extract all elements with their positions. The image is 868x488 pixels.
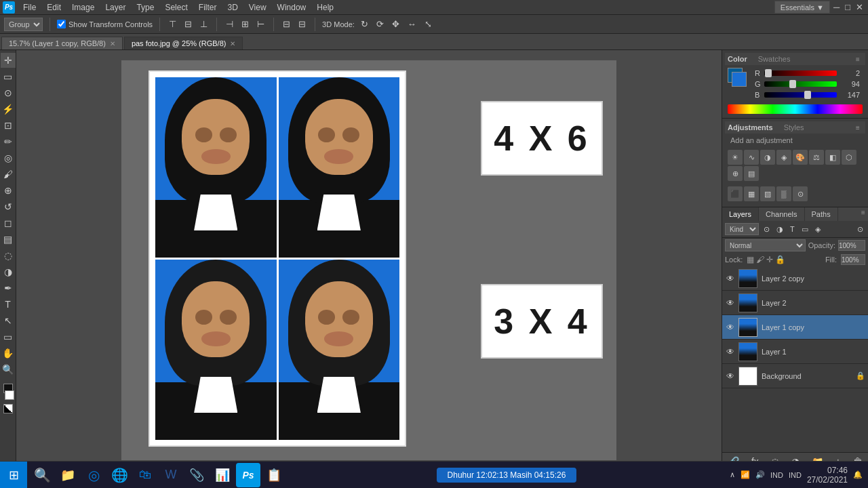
marquee-tool[interactable]: ▭ <box>1 69 16 84</box>
lock-move-icon[interactable]: ✛ <box>766 255 773 264</box>
filter-type-select[interactable]: Kind <box>725 223 759 235</box>
eyedropper-tool[interactable]: ✏ <box>1 134 16 149</box>
clone-tool[interactable]: ⊕ <box>1 183 16 198</box>
dist-v-btn[interactable]: ⊟ <box>296 18 308 30</box>
adj-vibrance[interactable]: ◈ <box>776 150 791 165</box>
lock-all-icon[interactable]: 🔒 <box>775 255 785 264</box>
eraser-tool[interactable]: ◻ <box>1 216 16 230</box>
menu-select[interactable]: Select <box>159 1 193 14</box>
align-left-btn[interactable]: ⊣ <box>224 18 235 30</box>
align-bottom-btn[interactable]: ⊥ <box>198 18 210 30</box>
3d-slide-btn[interactable]: ↔ <box>406 18 418 30</box>
transform-checkbox[interactable] <box>57 20 66 28</box>
menu-view[interactable]: View <box>243 1 272 14</box>
visibility-layer2[interactable]: 👁 <box>725 298 736 308</box>
visibility-layer1[interactable]: 👁 <box>725 346 736 357</box>
filter-smart-icon[interactable]: ◈ <box>813 224 823 235</box>
tab-paths[interactable]: Paths <box>805 207 838 221</box>
taskbar-edge[interactable]: ◎ <box>81 463 106 487</box>
layers-panel-collapse[interactable]: ≡ <box>859 207 868 217</box>
menu-window[interactable]: Window <box>272 1 312 14</box>
color-spectrum[interactable] <box>728 104 863 114</box>
taskbar-chevron[interactable]: ∧ <box>730 470 735 479</box>
adj-panel-collapse[interactable]: ≡ <box>853 123 863 132</box>
taskbar-chrome[interactable]: 🌐 <box>107 463 132 487</box>
path-select-tool[interactable]: ↖ <box>1 313 16 328</box>
menu-layer[interactable]: Layer <box>100 1 131 14</box>
menu-edit[interactable]: Edit <box>41 1 66 14</box>
color-swatches-display[interactable] <box>728 68 748 88</box>
opacity-input[interactable] <box>838 240 865 251</box>
dist-h-btn[interactable]: ⊟ <box>281 18 292 30</box>
background-color[interactable] <box>5 390 14 400</box>
lock-paint-icon[interactable]: 🖌 <box>756 255 764 264</box>
adj-hue-sat[interactable]: 🎨 <box>793 150 808 165</box>
adj-brightness[interactable]: ☀ <box>728 150 743 165</box>
color-panel-collapse[interactable]: ≡ <box>853 54 863 64</box>
3d-pan-btn[interactable]: ✥ <box>390 18 401 30</box>
lasso-tool[interactable]: ⊙ <box>1 85 16 100</box>
menu-type[interactable]: Type <box>131 1 159 14</box>
3d-roll-btn[interactable]: ⟳ <box>374 18 386 30</box>
magic-wand-tool[interactable]: ⚡ <box>1 102 16 117</box>
blend-mode-select[interactable]: Normal <box>725 239 806 251</box>
taskbar-notification[interactable]: 🔔 <box>853 470 863 479</box>
tab-close-0[interactable]: ✕ <box>110 40 115 47</box>
taskbar-search[interactable]: 🔍 <box>30 463 54 487</box>
align-right-btn[interactable]: ⊢ <box>255 18 267 30</box>
r-thumb[interactable] <box>765 69 772 77</box>
visibility-background[interactable]: 👁 <box>725 371 736 382</box>
adj-selective-color[interactable]: ⊙ <box>793 186 808 201</box>
window-close[interactable]: ✕ <box>854 1 865 14</box>
3d-scale-btn[interactable]: ⤡ <box>422 18 434 30</box>
menu-3d[interactable]: 3D <box>222 1 243 14</box>
align-top-btn[interactable]: ⊤ <box>167 18 178 30</box>
spot-heal-tool[interactable]: ◎ <box>1 150 16 165</box>
taskbar-network[interactable]: 📶 <box>741 470 750 479</box>
filter-shape-icon[interactable]: ▭ <box>800 224 810 235</box>
window-minimize[interactable]: ─ <box>831 1 842 14</box>
hand-tool[interactable]: ✋ <box>1 346 16 361</box>
menu-filter[interactable]: Filter <box>193 1 222 14</box>
fill-input[interactable] <box>841 254 865 265</box>
menu-help[interactable]: Help <box>311 1 339 14</box>
adj-gradient-map[interactable]: ▒ <box>776 186 791 201</box>
adj-curves[interactable]: ∿ <box>744 150 759 165</box>
tab-close-1[interactable]: ✕ <box>230 40 235 47</box>
quick-mask[interactable] <box>3 404 13 413</box>
taskbar-store[interactable]: 🛍 <box>133 463 157 487</box>
taskbar-other2[interactable]: 📊 <box>210 463 235 487</box>
g-thumb[interactable] <box>789 80 796 88</box>
tab-layer1copy[interactable]: 15.7% (Layer 1 copy, RGB/8) ✕ <box>1 37 123 49</box>
adj-invert[interactable]: ⬛ <box>728 186 743 201</box>
adj-photo-filter[interactable]: ⬡ <box>842 150 856 165</box>
start-button[interactable]: ⊞ <box>0 462 27 489</box>
visibility-layer2copy[interactable]: 👁 <box>725 273 736 284</box>
layer-item-layer2[interactable]: 👁 Layer 2 <box>722 291 868 315</box>
taskbar-sound[interactable]: 🔊 <box>755 470 765 479</box>
menu-file[interactable]: File <box>18 1 41 14</box>
align-vcenter-btn[interactable]: ⊟ <box>182 18 194 30</box>
blur-tool[interactable]: ◌ <box>1 248 16 263</box>
dodge-tool[interactable]: ◑ <box>1 264 16 279</box>
adj-posterize[interactable]: ▦ <box>744 186 759 201</box>
adj-threshold[interactable]: ▧ <box>760 186 775 201</box>
taskbar-file-explorer[interactable]: 📁 <box>56 463 80 487</box>
taskbar-other3[interactable]: 📋 <box>262 463 286 487</box>
history-brush-tool[interactable]: ↺ <box>1 199 16 214</box>
adj-black-white[interactable]: ◧ <box>825 150 840 165</box>
crop-tool[interactable]: ⊡ <box>1 118 16 133</box>
tab-pasfoto[interactable]: pas foto.jpg @ 25% (RGB/8) ✕ <box>124 37 243 49</box>
visibility-layer1copy[interactable]: 👁 <box>725 322 736 333</box>
layer-item-background[interactable]: 👁 Background 🔒 <box>722 364 868 388</box>
type-tool[interactable]: T <box>1 297 16 312</box>
mode-select[interactable]: Group <box>4 18 43 31</box>
bg-swatch[interactable] <box>732 72 747 87</box>
filter-toggle[interactable]: ⊙ <box>855 224 865 235</box>
filter-type-icon[interactable]: T <box>788 224 797 234</box>
gradient-tool[interactable]: ▤ <box>1 232 16 247</box>
shape-tool[interactable]: ▭ <box>1 329 16 344</box>
taskbar-word[interactable]: W <box>159 463 183 487</box>
layer-item-layer1[interactable]: 👁 Layer 1 <box>722 340 868 364</box>
essentials-button[interactable]: Essentials ▼ <box>774 1 830 14</box>
